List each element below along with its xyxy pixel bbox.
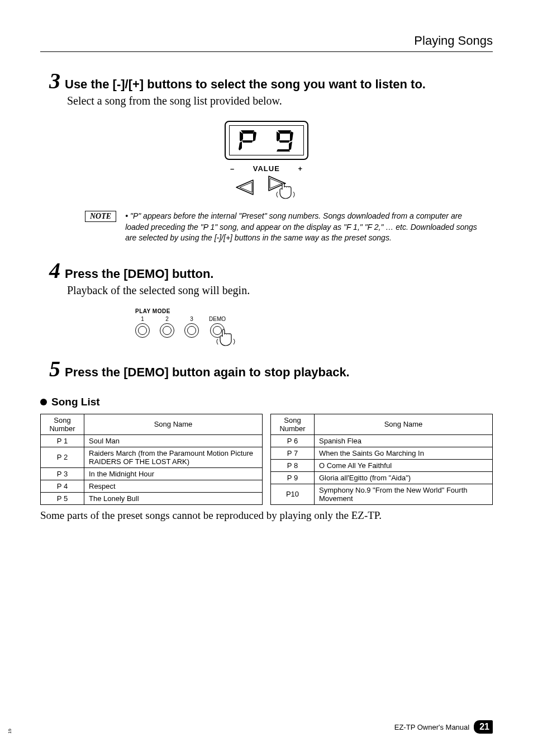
th-song-name: Song Name [315,414,493,434]
step-5: 5 Press the [DEMO] button again to stop … [40,358,493,380]
step-number-4: 4 [40,259,60,282]
step-4: 4 Press the [DEMO] button. Playback of t… [40,259,493,297]
step-number-5: 5 [40,358,60,380]
note-block: NOTE "P" appears before the internal "Pr… [85,211,487,244]
songlist-heading: Song List [40,396,493,408]
table-row: P 4Respect [41,480,263,492]
value-display-diagram: – VALUE + [219,121,314,200]
value-plus-button [268,175,299,200]
value-text: VALUE [253,164,280,173]
page-footer: EZ-TP Owner's Manual 21 [394,720,493,734]
value-label: – VALUE + [219,164,314,173]
th-song-number: Song Number [271,414,315,434]
playmode-button-3: 3 [184,316,199,338]
minus-label: – [230,164,235,173]
table-row: P 5The Lonely Bull [41,492,263,504]
table-row: P 9Gloria all'Egitto (from "Aida") [271,471,493,484]
playmode-diagram: PLAY MODE 1 2 3 DEMO [135,308,258,338]
table-row: P 6Spanish Flea [271,434,493,447]
demo-button: DEMO [209,316,226,338]
seven-seg-9 [274,128,296,153]
hand-cursor-icon [216,328,238,348]
table-row: P 7When the Saints Go Marching In [271,447,493,459]
step-number-3: 3 [40,70,60,92]
demo-label: DEMO [209,316,226,322]
step-title-5: Press the [DEMO] button again to stop pl… [65,365,350,380]
lcd-inner [229,125,304,155]
playmode-label: PLAY MODE [135,308,258,314]
songlist-note: Some parts of the preset songs cannot be… [40,509,493,522]
table-row: P 1Soul Man [41,434,263,447]
step-title-3: Use the [-]/[+] buttons to select the so… [65,77,426,92]
playmode-num-3: 3 [190,316,193,322]
value-buttons [219,175,314,200]
plus-label: + [298,164,303,173]
step-body-3: Select a song from the song list provide… [67,94,493,107]
table-row: P10Symphony No.9 "From the New World" Fo… [271,484,493,504]
table-row: P 2Raiders March (from the Paramount Mot… [41,447,263,467]
step-body-4: Playback of the selected song will begin… [67,284,493,297]
th-song-name: Song Name [84,414,263,434]
value-minus-button [234,179,254,196]
playmode-num-1: 1 [141,316,144,322]
playmode-button-2: 2 [160,316,174,338]
step-title-4: Press the [DEMO] button. [65,267,213,281]
section-title: Playing Songs [414,34,493,48]
playmode-num-2: 2 [165,316,169,322]
note-label: NOTE [85,211,116,222]
song-tables: Song Number Song Name P 1Soul Man P 2Rai… [40,414,493,505]
footer-text: EZ-TP Owner's Manual [394,723,469,731]
th-song-number: Song Number [41,414,84,434]
page-header: Playing Songs [40,34,493,52]
songlist-title: Song List [51,396,100,408]
seven-seg-p [237,128,259,153]
side-page-number: 19 [7,729,12,734]
playmode-button-1: 1 [135,316,150,338]
table-row: P 3In the Midnight Hour [41,467,263,480]
song-table-right: Song Number Song Name P 6Spanish Flea P … [270,414,493,505]
lcd-frame [225,121,308,160]
page-number: 21 [474,720,493,734]
table-row: P 8O Come All Ye Faithful [271,459,493,471]
bullet-icon [40,399,47,405]
note-text: "P" appears before the internal "Preset"… [125,211,487,244]
song-table-left: Song Number Song Name P 1Soul Man P 2Rai… [40,414,263,505]
step-3: 3 Use the [-]/[+] buttons to select the … [40,70,493,107]
